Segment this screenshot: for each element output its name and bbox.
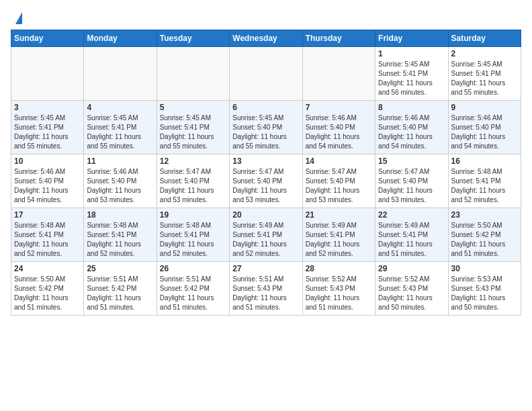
calendar-day-cell: 30Sunrise: 5:53 AM Sunset: 5:43 PM Dayli… (448, 262, 521, 316)
day-number: 14 (306, 156, 372, 166)
calendar-day-cell: 11Sunrise: 5:46 AM Sunset: 5:40 PM Dayli… (84, 154, 157, 208)
day-info: Sunrise: 5:47 AM Sunset: 5:40 PM Dayligh… (160, 167, 226, 205)
day-info: Sunrise: 5:46 AM Sunset: 5:40 PM Dayligh… (306, 113, 372, 151)
day-info: Sunrise: 5:46 AM Sunset: 5:40 PM Dayligh… (14, 167, 81, 205)
calendar-day-cell: 20Sunrise: 5:49 AM Sunset: 5:41 PM Dayli… (230, 208, 302, 262)
day-info: Sunrise: 5:52 AM Sunset: 5:43 PM Dayligh… (306, 275, 372, 312)
weekday-header-row: SundayMondayTuesdayWednesdayThursdayFrid… (11, 30, 521, 47)
calendar-day-cell (84, 47, 157, 101)
day-number: 9 (451, 103, 518, 112)
day-info: Sunrise: 5:45 AM Sunset: 5:41 PM Dayligh… (87, 113, 153, 151)
day-number: 2 (451, 49, 518, 58)
day-number: 23 (451, 210, 518, 220)
calendar-day-cell: 22Sunrise: 5:49 AM Sunset: 5:41 PM Dayli… (375, 208, 448, 262)
day-info: Sunrise: 5:48 AM Sunset: 5:41 PM Dayligh… (160, 221, 226, 259)
day-info: Sunrise: 5:45 AM Sunset: 5:41 PM Dayligh… (378, 60, 445, 97)
calendar-day-cell: 12Sunrise: 5:47 AM Sunset: 5:40 PM Dayli… (157, 154, 229, 208)
day-number: 11 (87, 156, 153, 166)
day-info: Sunrise: 5:48 AM Sunset: 5:41 PM Dayligh… (451, 167, 518, 205)
day-info: Sunrise: 5:49 AM Sunset: 5:41 PM Dayligh… (378, 221, 445, 259)
calendar-day-cell: 6Sunrise: 5:45 AM Sunset: 5:40 PM Daylig… (230, 101, 302, 154)
calendar-day-cell: 21Sunrise: 5:49 AM Sunset: 5:41 PM Dayli… (302, 208, 375, 262)
calendar-day-cell: 16Sunrise: 5:48 AM Sunset: 5:41 PM Dayli… (448, 154, 521, 208)
calendar-day-cell: 13Sunrise: 5:47 AM Sunset: 5:40 PM Dayli… (230, 154, 302, 208)
calendar-day-cell (302, 47, 375, 101)
day-info: Sunrise: 5:53 AM Sunset: 5:43 PM Dayligh… (451, 275, 518, 312)
day-number: 24 (14, 264, 81, 273)
day-number: 25 (87, 264, 153, 273)
calendar-day-cell: 24Sunrise: 5:50 AM Sunset: 5:42 PM Dayli… (11, 262, 84, 316)
calendar-day-cell: 26Sunrise: 5:51 AM Sunset: 5:42 PM Dayli… (157, 262, 229, 316)
calendar-week-row: 24Sunrise: 5:50 AM Sunset: 5:42 PM Dayli… (11, 262, 521, 316)
day-number: 17 (14, 210, 81, 220)
day-info: Sunrise: 5:50 AM Sunset: 5:42 PM Dayligh… (451, 221, 518, 259)
weekday-header-friday: Friday (375, 30, 448, 47)
day-number: 12 (160, 156, 226, 166)
calendar-day-cell (230, 47, 302, 101)
day-number: 21 (306, 210, 372, 220)
day-info: Sunrise: 5:49 AM Sunset: 5:41 PM Dayligh… (232, 221, 299, 259)
calendar-day-cell (11, 47, 84, 101)
day-info: Sunrise: 5:48 AM Sunset: 5:41 PM Dayligh… (87, 221, 153, 259)
calendar-week-row: 3Sunrise: 5:45 AM Sunset: 5:41 PM Daylig… (11, 101, 521, 154)
day-info: Sunrise: 5:46 AM Sunset: 5:40 PM Dayligh… (378, 113, 445, 151)
day-number: 8 (378, 103, 445, 112)
day-info: Sunrise: 5:51 AM Sunset: 5:42 PM Dayligh… (160, 275, 226, 312)
day-info: Sunrise: 5:51 AM Sunset: 5:43 PM Dayligh… (232, 275, 299, 312)
calendar-day-cell (157, 47, 229, 101)
day-number: 15 (378, 156, 445, 166)
calendar-day-cell: 19Sunrise: 5:48 AM Sunset: 5:41 PM Dayli… (157, 208, 229, 262)
calendar-day-cell: 9Sunrise: 5:46 AM Sunset: 5:40 PM Daylig… (448, 101, 521, 154)
day-info: Sunrise: 5:46 AM Sunset: 5:40 PM Dayligh… (87, 167, 153, 205)
calendar-day-cell: 17Sunrise: 5:48 AM Sunset: 5:41 PM Dayli… (11, 208, 84, 262)
day-number: 20 (232, 210, 299, 220)
weekday-header-wednesday: Wednesday (230, 30, 302, 47)
day-number: 18 (87, 210, 153, 220)
day-info: Sunrise: 5:51 AM Sunset: 5:42 PM Dayligh… (87, 275, 153, 312)
weekday-header-saturday: Saturday (448, 30, 521, 47)
day-number: 6 (232, 103, 299, 112)
day-info: Sunrise: 5:45 AM Sunset: 5:41 PM Dayligh… (14, 113, 81, 151)
calendar-day-cell: 25Sunrise: 5:51 AM Sunset: 5:42 PM Dayli… (84, 262, 157, 316)
weekday-header-monday: Monday (84, 30, 157, 47)
logo (11, 11, 22, 24)
calendar-day-cell: 8Sunrise: 5:46 AM Sunset: 5:40 PM Daylig… (375, 101, 448, 154)
day-number: 27 (232, 264, 299, 273)
weekday-header-tuesday: Tuesday (157, 30, 229, 47)
day-number: 16 (451, 156, 518, 166)
day-info: Sunrise: 5:45 AM Sunset: 5:41 PM Dayligh… (160, 113, 226, 151)
day-number: 26 (160, 264, 226, 273)
calendar-day-cell: 10Sunrise: 5:46 AM Sunset: 5:40 PM Dayli… (11, 154, 84, 208)
logo-triangle-icon (15, 12, 22, 24)
day-number: 10 (14, 156, 81, 166)
day-info: Sunrise: 5:47 AM Sunset: 5:40 PM Dayligh… (306, 167, 372, 205)
calendar-day-cell: 28Sunrise: 5:52 AM Sunset: 5:43 PM Dayli… (302, 262, 375, 316)
calendar-week-row: 17Sunrise: 5:48 AM Sunset: 5:41 PM Dayli… (11, 208, 521, 262)
day-number: 22 (378, 210, 445, 220)
day-number: 3 (14, 103, 81, 112)
calendar-day-cell: 1Sunrise: 5:45 AM Sunset: 5:41 PM Daylig… (375, 47, 448, 101)
weekday-header-sunday: Sunday (11, 30, 84, 47)
calendar-table: SundayMondayTuesdayWednesdayThursdayFrid… (11, 30, 521, 316)
day-number: 7 (306, 103, 372, 112)
calendar-day-cell: 7Sunrise: 5:46 AM Sunset: 5:40 PM Daylig… (302, 101, 375, 154)
calendar-day-cell: 23Sunrise: 5:50 AM Sunset: 5:42 PM Dayli… (448, 208, 521, 262)
day-info: Sunrise: 5:52 AM Sunset: 5:43 PM Dayligh… (378, 275, 445, 312)
weekday-header-thursday: Thursday (302, 30, 375, 47)
day-info: Sunrise: 5:48 AM Sunset: 5:41 PM Dayligh… (14, 221, 81, 259)
day-number: 19 (160, 210, 226, 220)
page-header (11, 11, 521, 24)
calendar-day-cell: 2Sunrise: 5:45 AM Sunset: 5:41 PM Daylig… (448, 47, 521, 101)
calendar-day-cell: 27Sunrise: 5:51 AM Sunset: 5:43 PM Dayli… (230, 262, 302, 316)
day-info: Sunrise: 5:47 AM Sunset: 5:40 PM Dayligh… (232, 167, 299, 205)
day-info: Sunrise: 5:47 AM Sunset: 5:40 PM Dayligh… (378, 167, 445, 205)
day-number: 28 (306, 264, 372, 273)
calendar-day-cell: 18Sunrise: 5:48 AM Sunset: 5:41 PM Dayli… (84, 208, 157, 262)
day-number: 4 (87, 103, 153, 112)
calendar-day-cell: 3Sunrise: 5:45 AM Sunset: 5:41 PM Daylig… (11, 101, 84, 154)
day-info: Sunrise: 5:49 AM Sunset: 5:41 PM Dayligh… (306, 221, 372, 259)
calendar-week-row: 1Sunrise: 5:45 AM Sunset: 5:41 PM Daylig… (11, 47, 521, 101)
day-number: 30 (451, 264, 518, 273)
calendar-week-row: 10Sunrise: 5:46 AM Sunset: 5:40 PM Dayli… (11, 154, 521, 208)
day-number: 29 (378, 264, 445, 273)
